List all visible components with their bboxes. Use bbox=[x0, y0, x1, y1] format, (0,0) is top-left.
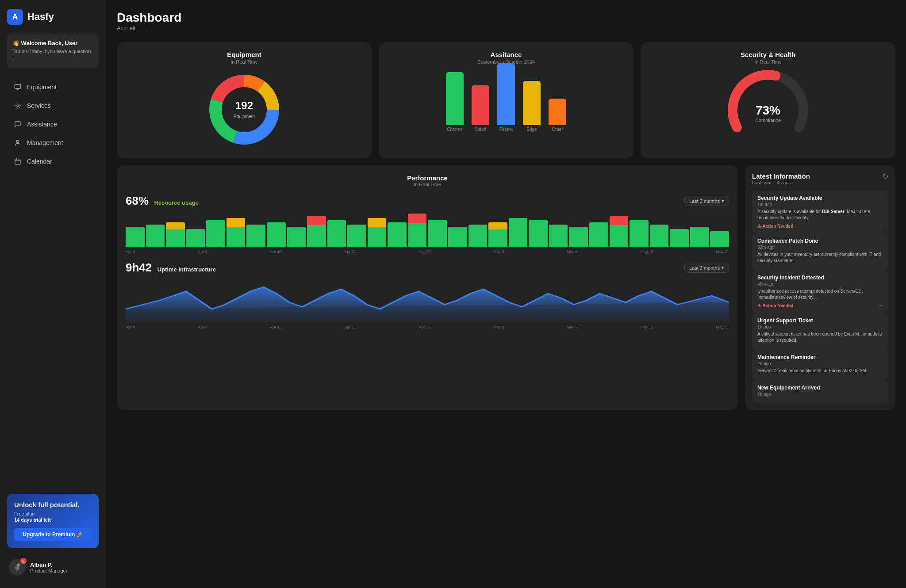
user-name: Alban P. bbox=[30, 561, 67, 568]
equipment-card-subtitle: In Real Time bbox=[126, 59, 363, 65]
resource-value: 68% bbox=[126, 194, 149, 207]
security-card-subtitle: In Real Time bbox=[649, 59, 887, 65]
user-role: Product Manager bbox=[30, 568, 67, 573]
plan-info: Free plan bbox=[14, 511, 92, 516]
refresh-icon[interactable]: ↻ bbox=[883, 172, 888, 181]
assistance-bar-col: Other bbox=[549, 99, 566, 132]
resource-chart-label: Apr 4 bbox=[126, 249, 135, 254]
resource-info: 68% Resource usage bbox=[126, 194, 199, 208]
resource-bar-chart bbox=[126, 211, 729, 247]
sidebar-item-services[interactable]: Services bbox=[7, 97, 99, 114]
nav-label-assistance: Assistance bbox=[27, 121, 57, 128]
perf-bar bbox=[246, 225, 265, 247]
assistance-card-title: Assitance bbox=[388, 51, 625, 58]
uptime-chart-label: Apr 9 bbox=[198, 325, 207, 329]
assistance-bar bbox=[523, 81, 541, 125]
uptime-chart-label: May 15 bbox=[640, 325, 653, 329]
equipment-donut-label: 192 Equipment bbox=[234, 99, 255, 120]
notif-title: Urgent Support Ticket bbox=[757, 317, 883, 324]
assistance-bar-col: Firefox bbox=[497, 63, 515, 132]
perf-bar bbox=[146, 225, 165, 247]
sidebar-item-equipment[interactable]: Equipment bbox=[7, 79, 99, 95]
perf-bar bbox=[408, 214, 427, 247]
sidebar-item-calendar[interactable]: Calendar bbox=[7, 153, 99, 170]
uptime-chart-label: Apr 4 bbox=[126, 325, 135, 329]
page-title: Dashboard bbox=[117, 11, 895, 25]
perf-bar bbox=[670, 229, 689, 247]
notification-item[interactable]: New Equipement Arrived 3h ago bbox=[752, 380, 888, 403]
welcome-title: 👋 Welcome Back, User bbox=[12, 40, 93, 46]
notification-item[interactable]: Security Update Available 1m ago A secur… bbox=[752, 191, 888, 233]
perf-bar bbox=[690, 227, 709, 247]
security-card: Security & Health In Real Time 73% Compl… bbox=[641, 42, 895, 158]
main-content: Dashboard Accueil Equipment In Real Time bbox=[106, 0, 906, 588]
upgrade-card: Unlock full potential. Free plan 14 days… bbox=[7, 494, 99, 548]
resource-chart-label: Apr 27 bbox=[419, 249, 431, 254]
notif-body: Server#12 maintenance planned for Friday… bbox=[757, 368, 883, 374]
avatar-badge: 2 bbox=[20, 558, 27, 564]
svg-point-1 bbox=[17, 105, 19, 107]
top-row: Equipment In Real Time bbox=[117, 42, 895, 158]
notification-item[interactable]: Urgent Support Ticket 1h ago A critical … bbox=[752, 313, 888, 350]
welcome-card: 👋 Welcome Back, User Tap on Bobby if you… bbox=[7, 34, 99, 68]
resource-period-badge[interactable]: Last 3 months ▾ bbox=[684, 196, 729, 206]
resource-row: 68% Resource usage Last 3 months ▾ bbox=[126, 194, 729, 208]
svg-point-2 bbox=[16, 140, 19, 142]
sidebar-item-management[interactable]: Management bbox=[7, 134, 99, 151]
notification-item[interactable]: Compliance Patch Done 32m ago All device… bbox=[752, 233, 888, 270]
perf-bar bbox=[630, 220, 649, 247]
perf-bar bbox=[287, 227, 306, 247]
notif-title: Maintenance Reminder bbox=[757, 354, 883, 360]
notif-time: 45m ago bbox=[757, 282, 883, 286]
equipment-card-title: Equipment bbox=[126, 51, 363, 58]
notification-item[interactable]: Security Incident Detected 45m ago Unaut… bbox=[752, 270, 888, 313]
assistance-bar-label: Chrome bbox=[447, 127, 463, 132]
resource-chart-label: Apr 15 bbox=[270, 249, 282, 254]
resource-chart-labels: Apr 4Apr 9Apr 15Apr 21Apr 27May 3May 9Ma… bbox=[126, 249, 729, 254]
notif-title: New Equipement Arrived bbox=[757, 385, 883, 391]
resource-chart-label: May 3 bbox=[493, 249, 504, 254]
sidebar: A Hasfy 👋 Welcome Back, User Tap on Bobb… bbox=[0, 0, 106, 588]
action-needed-label: ⚠ Action Needed bbox=[757, 224, 793, 229]
notif-time: 3h ago bbox=[757, 392, 883, 397]
upgrade-button[interactable]: Upgrade to Premium 🚀 bbox=[14, 528, 92, 541]
perf-bar bbox=[327, 220, 346, 247]
assistance-card: Assitance September - October 2024 Chrom… bbox=[379, 42, 633, 158]
nav-label-calendar: Calendar bbox=[27, 158, 52, 165]
notif-action: ⚠ Action Needed → bbox=[757, 302, 883, 309]
chat-icon bbox=[14, 120, 22, 128]
notifications-list: Security Update Available 1m ago A secur… bbox=[752, 191, 888, 403]
notif-title: Security Incident Detected bbox=[757, 275, 883, 281]
user-info: Alban P. Product Manager bbox=[30, 561, 67, 573]
info-title: Latest Information bbox=[752, 172, 810, 180]
calendar-icon bbox=[14, 157, 22, 165]
notification-item[interactable]: Maintenance Reminder 2h ago Server#12 ma… bbox=[752, 350, 888, 380]
nav-label-services: Services bbox=[27, 102, 51, 109]
page-header: Dashboard Accueil bbox=[117, 11, 895, 31]
notif-title: Compliance Patch Done bbox=[757, 238, 883, 244]
assistance-bar-label: Edge bbox=[526, 127, 537, 132]
assistance-bar bbox=[549, 99, 566, 125]
uptime-chart-labels: Apr 4Apr 9Apr 15Apr 21Apr 27May 3May 9Ma… bbox=[126, 325, 729, 329]
svg-rect-3 bbox=[15, 159, 20, 164]
security-card-title: Security & Health bbox=[649, 51, 887, 58]
logo-area: A Hasfy bbox=[7, 9, 99, 25]
sidebar-item-assistance[interactable]: Assistance bbox=[7, 116, 99, 133]
resource-chart-label: May 9 bbox=[567, 249, 578, 254]
uptime-period-badge[interactable]: Last 3 months ▾ bbox=[684, 263, 729, 273]
perf-bar bbox=[428, 220, 447, 247]
perf-bar bbox=[126, 227, 145, 247]
security-value: 73% bbox=[756, 103, 780, 117]
equipment-donut: 192 Equipment bbox=[126, 70, 363, 149]
monitor-icon bbox=[14, 83, 22, 91]
notif-time: 32m ago bbox=[757, 245, 883, 250]
perf-bar bbox=[307, 216, 326, 247]
action-needed-label: ⚠ Action Needed bbox=[757, 303, 793, 308]
uptime-chart-label: May 9 bbox=[567, 325, 578, 329]
notif-body: A critical support ticket has been opene… bbox=[757, 331, 883, 344]
notif-body: All devices in your inventory are curren… bbox=[757, 252, 883, 264]
app-name: Hasfy bbox=[27, 11, 54, 23]
uptime-chart-label: May 3 bbox=[493, 325, 504, 329]
assistance-bar-chart: Chrome Safari Firefox Edge Other bbox=[388, 70, 625, 141]
assistance-bar bbox=[472, 85, 489, 125]
